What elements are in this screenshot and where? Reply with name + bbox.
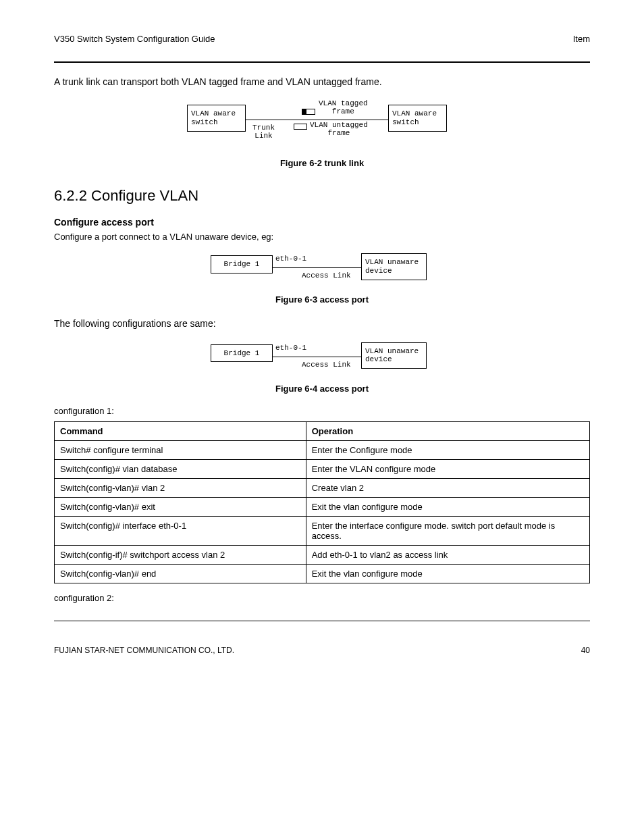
label-vlan-untagged: VLAN untagged frame bbox=[310, 121, 368, 137]
cell-command: Switch(config-vlan)# vlan 2 bbox=[55, 478, 306, 497]
cell-command: Switch# configure terminal bbox=[55, 440, 306, 459]
label-vlan-tagged: VLAN tagged frame bbox=[319, 99, 368, 115]
label-access-link: Access Link bbox=[302, 271, 351, 280]
label-eth01: eth-0-1 bbox=[275, 255, 306, 263]
cell-command: Switch(config-if)# switchport access vla… bbox=[55, 545, 306, 564]
footer-company: FUJIAN STAR-NET COMMUNICATION CO., LTD. bbox=[54, 646, 234, 655]
cell-command: Switch(config-vlan)# end bbox=[55, 564, 306, 583]
cell-command: Switch(config)# vlan database bbox=[55, 459, 306, 478]
box-vlan-aware-left: VLAN aware switch bbox=[191, 109, 236, 126]
th-operation: Operation bbox=[306, 421, 589, 440]
config-description: Configure a port connect to a VLAN unawa… bbox=[54, 232, 590, 242]
figure-trunk-link: VLAN aware switch Trunk Link VLAN tagged… bbox=[54, 95, 590, 151]
doc-title: V350 Switch System Configuration Guide bbox=[54, 34, 215, 44]
footer-page: 40 bbox=[581, 646, 590, 655]
section-heading: 6.2.2 Configure VLAN bbox=[54, 187, 590, 205]
figure-caption-6-2: Figure 6-2 trunk link bbox=[54, 158, 590, 168]
table-intro-text: The following configurations are same: bbox=[54, 317, 590, 330]
box-vlan-aware-right: VLAN aware switch bbox=[392, 109, 437, 126]
table-row: Switch(config)# interface eth-0-1Enter t… bbox=[55, 516, 590, 545]
box-vlan-unaware-b: VLAN unaware device bbox=[365, 347, 419, 364]
figure-caption-6-3: Figure 6-3 access port bbox=[54, 294, 590, 305]
table-row: Switch(config-vlan)# endExit the vlan co… bbox=[55, 564, 590, 583]
cell-operation: Enter the Configure mode bbox=[306, 440, 589, 459]
cell-command: Switch(config-vlan)# exit bbox=[55, 497, 306, 516]
cell-operation: Exit the vlan configure mode bbox=[306, 564, 589, 583]
box-bridge-1: Bridge 1 bbox=[224, 260, 260, 268]
table-row: Switch(config-vlan)# exitExit the vlan c… bbox=[55, 497, 590, 516]
header-item: Item bbox=[573, 34, 590, 44]
table-row: Switch# configure terminalEnter the Conf… bbox=[55, 440, 590, 459]
packet-tagged-icon bbox=[302, 109, 315, 115]
box-vlan-unaware: VLAN unaware device bbox=[365, 258, 419, 275]
table-row: Switch(config-if)# switchport access vla… bbox=[55, 545, 590, 564]
label-eth01-b: eth-0-1 bbox=[275, 344, 306, 352]
cell-operation: Enter the interface configure mode. swit… bbox=[306, 516, 589, 545]
divider bbox=[54, 61, 590, 63]
subsection-heading: Configure access port bbox=[54, 217, 590, 228]
label-trunk-link: Trunk Link bbox=[252, 124, 275, 140]
config-table: Command Operation Switch# configure term… bbox=[54, 421, 590, 583]
box-bridge-1-b: Bridge 1 bbox=[224, 349, 260, 357]
figure-access-port-2: Bridge 1 eth-0-1 Access Link VLAN unawar… bbox=[54, 338, 590, 377]
config1-title: configuration 1: bbox=[54, 406, 590, 416]
figure-caption-6-4: Figure 6-4 access port bbox=[54, 384, 590, 394]
footer-divider bbox=[54, 621, 590, 621]
cell-operation: Add eth-0-1 to vlan2 as access link bbox=[306, 545, 589, 564]
packet-untagged-icon bbox=[294, 124, 307, 130]
table-row: Switch(config)# vlan databaseEnter the V… bbox=[55, 459, 590, 478]
th-command: Command bbox=[55, 421, 306, 440]
table-row: Switch(config-vlan)# vlan 2Create vlan 2 bbox=[55, 478, 590, 497]
cell-command: Switch(config)# interface eth-0-1 bbox=[55, 516, 306, 545]
label-access-link-b: Access Link bbox=[302, 361, 351, 369]
intro-paragraph: A trunk link can transport both VLAN tag… bbox=[54, 75, 590, 88]
cell-operation: Enter the VLAN configure mode bbox=[306, 459, 589, 478]
cell-operation: Exit the vlan configure mode bbox=[306, 497, 589, 516]
table-row: Command Operation bbox=[55, 421, 590, 440]
config2-title: configuration 2: bbox=[54, 593, 590, 603]
cell-operation: Create vlan 2 bbox=[306, 478, 589, 497]
figure-access-port-1: Bridge 1 eth-0-1 Access Link VLAN unawar… bbox=[54, 249, 590, 288]
